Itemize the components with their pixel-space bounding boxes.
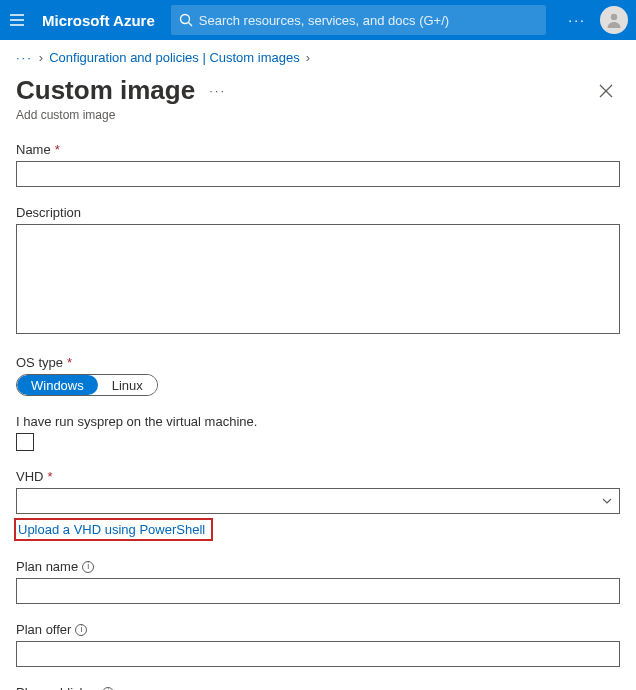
field-os-type: OS type * Windows Linux [16, 355, 620, 396]
description-input[interactable] [16, 224, 620, 334]
info-icon[interactable]: i [82, 561, 94, 573]
name-input[interactable] [16, 161, 620, 187]
field-name: Name * [16, 142, 620, 187]
plan-offer-input[interactable] [16, 641, 620, 667]
search-input[interactable] [199, 13, 539, 28]
avatar[interactable] [600, 6, 628, 34]
description-label: Description [16, 205, 81, 220]
topbar-right: ··· [568, 6, 628, 34]
vhd-select[interactable] [16, 488, 620, 514]
plan-name-label: Plan name [16, 559, 78, 574]
chevron-down-icon [601, 495, 613, 507]
upload-vhd-powershell-link[interactable]: Upload a VHD using PowerShell [14, 518, 213, 541]
breadcrumb: ··· › Configuration and policies | Custo… [0, 40, 636, 69]
os-type-toggle: Windows Linux [16, 374, 158, 396]
field-plan-offer: Plan offer i [16, 622, 620, 667]
search-icon [179, 13, 193, 27]
plan-name-input[interactable] [16, 578, 620, 604]
sysprep-label: I have run sysprep on the virtual machin… [16, 414, 620, 429]
field-plan-name: Plan name i [16, 559, 620, 604]
plan-publisher-label: Plan publisher [16, 685, 98, 690]
global-search[interactable] [171, 5, 547, 35]
close-button[interactable] [592, 77, 620, 105]
page-subtitle: Add custom image [0, 108, 636, 142]
required-marker: * [67, 355, 72, 370]
plan-offer-label: Plan offer [16, 622, 71, 637]
info-icon[interactable]: i [102, 687, 114, 691]
field-sysprep: I have run sysprep on the virtual machin… [16, 414, 620, 451]
field-plan-publisher: Plan publisher i [16, 685, 620, 690]
title-more-icon[interactable]: ··· [209, 83, 226, 98]
required-marker: * [55, 142, 60, 157]
svg-point-5 [611, 14, 617, 20]
os-type-linux[interactable]: Linux [98, 375, 157, 395]
field-vhd: VHD * [16, 469, 620, 514]
os-type-windows[interactable]: Windows [17, 375, 98, 395]
svg-line-4 [188, 23, 192, 27]
hamburger-icon[interactable] [8, 11, 26, 29]
page-title: Custom image [16, 75, 195, 106]
chevron-right-icon: › [39, 50, 43, 65]
topbar-more-icon[interactable]: ··· [568, 12, 586, 28]
vhd-label: VHD [16, 469, 43, 484]
name-label: Name [16, 142, 51, 157]
brand-label: Microsoft Azure [36, 12, 161, 29]
os-type-label: OS type [16, 355, 63, 370]
required-marker: * [47, 469, 52, 484]
top-bar: Microsoft Azure ··· [0, 0, 636, 40]
chevron-right-icon: › [306, 50, 310, 65]
sysprep-checkbox[interactable] [16, 433, 34, 451]
form: Name * Description OS type * Windows Lin… [0, 142, 636, 690]
breadcrumb-link[interactable]: Configuration and policies | Custom imag… [49, 50, 300, 65]
info-icon[interactable]: i [75, 624, 87, 636]
breadcrumb-more-icon[interactable]: ··· [16, 50, 33, 65]
title-row: Custom image ··· [0, 69, 636, 108]
field-description: Description [16, 205, 620, 337]
svg-point-3 [180, 15, 189, 24]
